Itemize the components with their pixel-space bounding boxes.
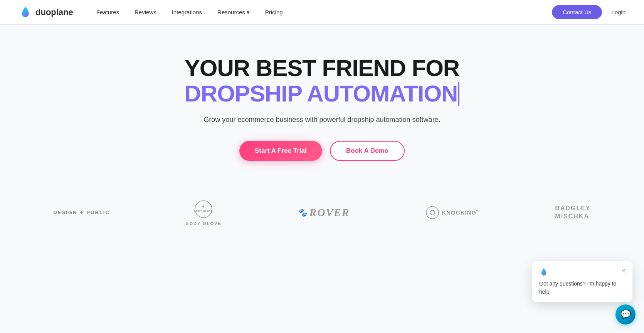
logo-link[interactable]: duoplane — [18, 5, 73, 19]
hero-buttons: Start A Free Trial Book A Demo — [239, 141, 405, 161]
chat-widget: × Got any questions? I'm happy to help. — [532, 261, 632, 302]
logo-body-glove: ✦ BODY GLOVE BODY GLOVE — [186, 199, 222, 226]
hero-section: YOUR BEST FRIEND FOR DROPSHIP AUTOMATION… — [0, 25, 644, 184]
contact-us-button[interactable]: Contact Us — [552, 5, 602, 19]
svg-point-0 — [195, 201, 212, 218]
chat-message: Got any questions? I'm happy to help. — [539, 280, 626, 296]
svg-text:✦: ✦ — [202, 205, 205, 209]
cursor-blink — [458, 82, 459, 106]
body-glove-emblem: ✦ BODY GLOVE — [194, 199, 213, 219]
logo-rover: 🐾 Rover — [298, 206, 350, 219]
hero-title-line2: DROPSHIP AUTOMATION — [185, 81, 460, 106]
nav-integrations[interactable]: Integrations — [172, 9, 202, 15]
nav-resources[interactable]: Resources ▾ — [217, 9, 250, 16]
navbar: duoplane Features Reviews Integrations R… — [0, 0, 644, 25]
dropdown-arrow-icon: ▾ — [247, 9, 250, 16]
logo-design-public: DESIGN ✦ PUBLIC — [53, 210, 109, 215]
logo-icon — [18, 5, 32, 19]
svg-point-4 — [430, 210, 435, 215]
chat-bubble-button[interactable]: 💬 — [615, 304, 636, 325]
nav-links: Features Reviews Integrations Resources … — [96, 9, 552, 16]
chat-header: × — [539, 267, 626, 277]
chat-logo-icon — [539, 267, 548, 277]
logos-section: DESIGN ✦ PUBLIC ✦ BODY GLOVE BODY GLOVE … — [0, 184, 644, 233]
svg-point-3 — [426, 206, 439, 219]
logo-text: duoplane — [35, 7, 73, 17]
nav-reviews[interactable]: Reviews — [135, 9, 156, 15]
svg-text:BODY GLOVE: BODY GLOVE — [194, 210, 213, 212]
chat-bubble-icon: 💬 — [620, 309, 631, 319]
book-demo-button[interactable]: Book A Demo — [330, 141, 405, 161]
login-button[interactable]: Login — [611, 9, 626, 15]
knocking-emblem — [425, 206, 439, 220]
start-trial-button[interactable]: Start A Free Trial — [239, 141, 322, 161]
hero-subtitle: Grow your ecommerce business with powerf… — [203, 114, 440, 125]
nav-pricing[interactable]: Pricing — [265, 9, 283, 15]
nav-actions: Contact Us Login — [552, 5, 626, 19]
hero-title-line1: YOUR BEST FRIEND FOR — [185, 56, 459, 81]
logo-knocking: knocking® — [425, 206, 479, 220]
nav-features[interactable]: Features — [96, 9, 119, 15]
chat-close-button[interactable]: × — [621, 267, 626, 274]
logo-badgley-mischka: BADGLEYMISCHKA — [555, 205, 590, 221]
